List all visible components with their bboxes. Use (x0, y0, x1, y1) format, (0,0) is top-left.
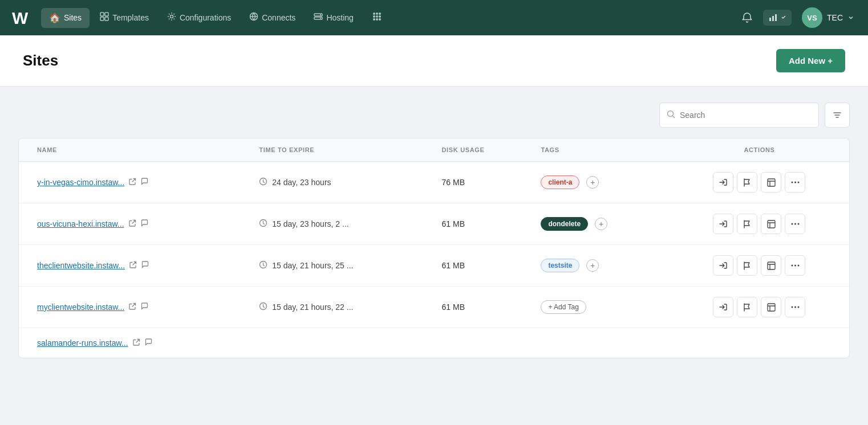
svg-rect-3 (100, 17, 104, 21)
actions-cell (670, 328, 849, 358)
search-input[interactable] (680, 111, 812, 120)
tag-badge: dondelete (541, 217, 588, 231)
svg-point-19 (379, 18, 381, 21)
svg-point-28 (797, 182, 799, 183)
svg-point-10 (320, 18, 321, 19)
add-tag-plus[interactable]: + (595, 218, 607, 230)
external-link-icon[interactable] (129, 219, 136, 228)
nav-item-templates[interactable]: Templates (92, 7, 157, 28)
login-button[interactable] (713, 297, 733, 317)
tags-cell: + Add Tag (532, 287, 669, 328)
svg-point-26 (791, 182, 793, 183)
nav-item-hosting[interactable]: Hosting (306, 7, 361, 28)
site-name-cell: theclientwebsite.instaw... (19, 245, 250, 287)
search-box (659, 103, 819, 128)
chat-icon[interactable] (141, 261, 149, 270)
nav-item-sites[interactable]: 🏠 Sites (41, 8, 90, 28)
svg-rect-25 (768, 179, 775, 186)
site-name-link[interactable]: theclientwebsite.instaw... (37, 261, 125, 270)
add-tag-button[interactable]: + Add Tag (541, 300, 586, 314)
template-button[interactable] (761, 255, 781, 276)
svg-point-33 (797, 223, 799, 225)
external-link-icon[interactable] (129, 261, 137, 270)
external-link-icon[interactable] (129, 178, 136, 187)
flag-button[interactable] (737, 214, 757, 234)
login-button[interactable] (713, 172, 733, 193)
svg-rect-1 (100, 13, 104, 16)
flag-button[interactable] (737, 297, 757, 317)
site-name-cell: myclientwebsite.instaw... (19, 287, 250, 328)
disk-cell: 61 MB (433, 245, 532, 287)
toolbar (18, 103, 850, 128)
disk-cell (433, 328, 532, 358)
svg-rect-4 (105, 17, 108, 21)
svg-rect-20 (769, 18, 771, 21)
avatar: VS (802, 7, 822, 28)
svg-rect-35 (768, 262, 775, 269)
table-row: theclientwebsite.instaw... (19, 245, 849, 287)
flag-button[interactable] (737, 255, 757, 276)
templates-icon (100, 12, 109, 23)
login-button[interactable] (713, 255, 733, 276)
more-actions-button[interactable] (785, 297, 805, 317)
more-actions-button[interactable] (785, 172, 805, 193)
disk-cell: 61 MB (433, 287, 532, 328)
site-name-link[interactable]: myclientwebsite.instaw... (37, 303, 124, 312)
filter-button[interactable] (825, 103, 850, 128)
disk-cell: 76 MB (433, 162, 532, 203)
chat-icon[interactable] (145, 338, 152, 348)
tags-cell (532, 328, 669, 358)
notification-bell[interactable] (737, 7, 757, 28)
clock-icon (259, 219, 267, 229)
site-name-link[interactable]: ous-vicuna-hexi.instaw... (37, 219, 124, 228)
external-link-icon[interactable] (133, 338, 140, 348)
svg-point-42 (794, 307, 796, 308)
site-name-link[interactable]: salamander-runs.instaw... (37, 338, 128, 348)
login-button[interactable] (713, 214, 733, 234)
svg-point-11 (373, 13, 375, 15)
chat-icon[interactable] (141, 219, 148, 228)
svg-point-13 (379, 13, 381, 15)
template-button[interactable] (761, 214, 781, 234)
nav-item-apps[interactable] (364, 7, 390, 28)
flag-button[interactable] (737, 172, 757, 193)
svg-text:W: W (12, 9, 29, 27)
svg-point-12 (376, 13, 378, 15)
connects-icon (249, 12, 258, 23)
col-header-name: NAME (19, 138, 250, 162)
add-tag-plus[interactable]: + (586, 259, 599, 272)
svg-point-43 (797, 307, 799, 308)
site-name-cell: salamander-runs.instaw... (19, 328, 250, 358)
nav-right: VS TEC (737, 5, 859, 30)
more-actions-button[interactable] (785, 214, 805, 234)
chat-icon[interactable] (141, 178, 148, 187)
chart-button[interactable] (763, 10, 792, 26)
hosting-icon (314, 12, 323, 23)
svg-rect-40 (768, 304, 775, 311)
table-row: myclientwebsite.instaw... (19, 287, 849, 328)
main-content: NAME TIME TO EXPIRE DISK USAGE TAGS ACTI… (0, 87, 868, 374)
template-button[interactable] (761, 297, 781, 317)
page-title: Sites (23, 52, 58, 70)
svg-point-41 (791, 307, 793, 308)
template-button[interactable] (761, 172, 781, 193)
chat-icon[interactable] (141, 303, 148, 312)
time-cell (250, 328, 432, 358)
clock-icon (259, 260, 267, 271)
site-name-cell: ous-vicuna-hexi.instaw... (19, 203, 250, 245)
page-header: Sites Add New + (0, 35, 868, 87)
add-tag-plus[interactable]: + (586, 176, 599, 189)
more-actions-button[interactable] (785, 255, 805, 276)
actions-cell (670, 287, 849, 328)
user-menu-button[interactable]: VS TEC (797, 5, 859, 30)
svg-rect-30 (768, 220, 775, 228)
nav-item-configurations[interactable]: Configurations (159, 7, 239, 28)
svg-point-9 (320, 14, 321, 15)
nav-item-connects[interactable]: Connects (241, 7, 303, 28)
site-name-link[interactable]: y-in-vegas-cimo.instaw... (37, 178, 124, 187)
svg-point-36 (791, 265, 793, 267)
add-new-button[interactable]: Add New + (776, 49, 845, 72)
external-link-icon[interactable] (129, 303, 136, 312)
col-header-time: TIME TO EXPIRE (250, 138, 432, 162)
svg-point-31 (791, 223, 793, 225)
